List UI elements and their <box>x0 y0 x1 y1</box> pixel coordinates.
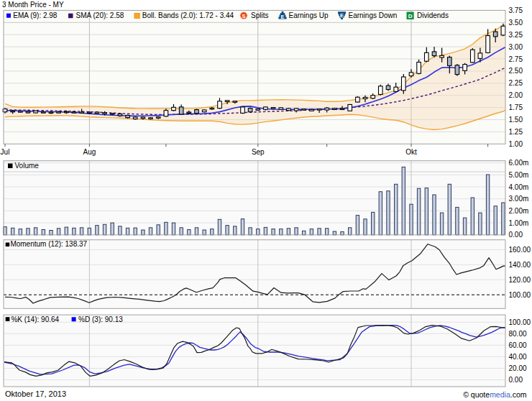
svg-text:6.00m: 6.00m <box>509 159 529 167</box>
svg-text:E: E <box>281 14 285 20</box>
svg-text:80.00: 80.00 <box>509 330 527 338</box>
svg-text:© quotemedia.com: © quotemedia.com <box>463 390 527 399</box>
svg-text:4.00m: 4.00m <box>509 183 529 191</box>
svg-text:S: S <box>242 13 245 19</box>
svg-text:1.00m: 1.00m <box>509 219 529 227</box>
svg-text:Splits: Splits <box>251 11 268 19</box>
svg-text:D: D <box>408 13 413 19</box>
svg-text:3.00: 3.00 <box>509 43 523 51</box>
svg-text:1.75: 1.75 <box>509 103 523 111</box>
svg-text:40.00: 40.00 <box>509 353 527 361</box>
svg-text:Earnings Up: Earnings Up <box>289 11 329 19</box>
svg-text:2.75: 2.75 <box>509 55 523 63</box>
svg-text:Boll. Bands (2.0): 1.72 - 3.44: Boll. Bands (2.0): 1.72 - 3.44 <box>142 11 234 19</box>
svg-text:E: E <box>340 12 344 19</box>
svg-text:Sep: Sep <box>252 148 265 156</box>
svg-text:20.00: 20.00 <box>509 364 527 372</box>
svg-text:2.25: 2.25 <box>509 79 523 87</box>
svg-text:%K (14): 90.64: %K (14): 90.64 <box>11 315 59 323</box>
svg-text:3.75: 3.75 <box>509 6 523 14</box>
svg-text:SMA (20): 2.58: SMA (20): 2.58 <box>76 11 124 19</box>
svg-text:140.00: 140.00 <box>509 261 531 269</box>
svg-text:1.50: 1.50 <box>509 116 523 124</box>
svg-text:%D (3): 90.13: %D (3): 90.13 <box>78 315 123 323</box>
svg-text:2.00: 2.00 <box>509 91 523 99</box>
svg-text:1.00: 1.00 <box>509 140 523 148</box>
svg-text:2.50: 2.50 <box>509 67 523 75</box>
svg-text:120.00: 120.00 <box>509 276 531 284</box>
svg-text:Momentum (12): 138.37: Momentum (12): 138.37 <box>10 240 87 248</box>
svg-text:Jul: Jul <box>1 148 10 156</box>
svg-text:Volume: Volume <box>15 162 40 170</box>
svg-text:160.00: 160.00 <box>509 246 531 254</box>
svg-text:100.00: 100.00 <box>509 291 531 299</box>
svg-text:Oktober 17, 2013: Oktober 17, 2013 <box>5 390 66 398</box>
svg-text:2.00m: 2.00m <box>509 207 529 215</box>
svg-text:3 Month Price - MY: 3 Month Price - MY <box>2 1 64 9</box>
svg-text:5.00m: 5.00m <box>509 171 529 179</box>
svg-text:3.25: 3.25 <box>509 31 523 39</box>
svg-text:1.25: 1.25 <box>509 128 523 136</box>
svg-text:Earnings Down: Earnings Down <box>349 11 398 19</box>
svg-text:60.00: 60.00 <box>509 341 527 349</box>
svg-text:0.00: 0.00 <box>509 231 523 239</box>
svg-text:Okt: Okt <box>405 148 417 156</box>
svg-text:3.00m: 3.00m <box>509 195 529 203</box>
svg-text:EMA (9): 2.98: EMA (9): 2.98 <box>13 11 58 19</box>
svg-text:Dividends: Dividends <box>417 11 449 19</box>
svg-text:Aug: Aug <box>83 148 96 156</box>
svg-text:3.50: 3.50 <box>509 19 523 27</box>
svg-text:100.00: 100.00 <box>509 318 531 326</box>
svg-text:0.00: 0.00 <box>509 376 523 384</box>
